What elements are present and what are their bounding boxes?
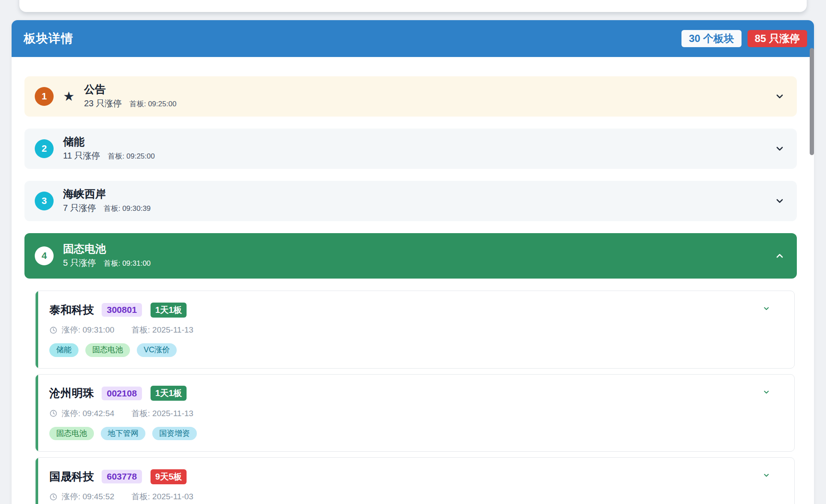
- stock-meta-row: 涨停: 09:45:52 首板: 2025-11-03: [49, 491, 782, 502]
- limit-up-time: 涨停: 09:45:52: [62, 491, 115, 502]
- sector-info: 固态电池 5 只涨停 首板: 09:31:00: [63, 243, 151, 269]
- sector-first-board-time: 首板: 09:25:00: [108, 151, 155, 161]
- sector-row-chuneng[interactable]: 2 储能 11 只涨停 首板: 09:25:00: [24, 129, 797, 169]
- rank-badge: 1: [35, 87, 54, 106]
- concept-tag: 固态电池: [49, 427, 94, 441]
- limit-up-time: 涨停: 09:31:00: [62, 324, 115, 336]
- stock-code-badge: 603778: [102, 470, 142, 483]
- previous-card-edge: [19, 0, 807, 12]
- sector-info: 储能 11 只涨停 首板: 09:25:00: [63, 136, 155, 162]
- stock-title-row: 国晟科技 603778 9天5板: [49, 469, 782, 484]
- stock-card-taihe-keji[interactable]: 泰和科技 300801 1天1板 涨停: 09:31:00 首板: 2025-1…: [35, 291, 795, 369]
- sector-row-haixia-xian[interactable]: 3 海峡西岸 7 只涨停 首板: 09:30:39: [24, 181, 797, 221]
- sector-subtitle: 11 只涨停 首板: 09:25:00: [63, 150, 155, 162]
- first-board-date: 首板: 2025-11-13: [132, 408, 193, 419]
- sector-subtitle: 5 只涨停 首板: 09:31:00: [63, 257, 151, 269]
- concept-tag: 储能: [49, 343, 78, 357]
- rank-badge: 2: [35, 139, 54, 158]
- sector-limit-up-count: 23 只涨停: [84, 98, 122, 109]
- stock-code-badge: 300801: [102, 303, 142, 317]
- stock-name: 沧州明珠: [49, 386, 94, 401]
- first-board-date: 首板: 2025-11-03: [132, 491, 193, 502]
- sector-row-gonggao[interactable]: 1 ★ 公告 23 只涨停 首板: 09:25:00: [24, 76, 797, 117]
- stock-name: 泰和科技: [49, 303, 94, 318]
- chevron-down-icon[interactable]: [763, 305, 770, 312]
- stock-tags: 固态电池 地下管网 国资增资: [49, 427, 782, 441]
- sector-name: 储能: [63, 136, 155, 148]
- stock-meta-row: 涨停: 09:42:54 首板: 2025-11-13: [49, 408, 782, 419]
- star-icon: ★: [63, 90, 75, 103]
- streak-badge: 1天1板: [151, 303, 187, 318]
- sector-detail-panel: 板块详情 30 个板块 85 只涨停 1 ★ 公告 23 只涨停 首板: 09:…: [12, 20, 814, 504]
- rank-badge: 4: [35, 246, 54, 265]
- card-accent-bar: [36, 458, 38, 504]
- concept-tag: VC涨价: [137, 343, 177, 357]
- chevron-down-icon[interactable]: [763, 388, 770, 396]
- stock-card-guosheng-keji[interactable]: 国晟科技 603778 9天5板 涨停: 09:45:52 首板: 2025-1…: [35, 457, 795, 504]
- rank-badge: 3: [35, 192, 54, 210]
- sector-row-gutai-dianchi-expanded[interactable]: 4 固态电池 5 只涨停 首板: 09:31:00: [24, 233, 797, 279]
- sector-name: 公告: [84, 84, 176, 96]
- card-accent-bar: [36, 375, 38, 452]
- panel-body: 1 ★ 公告 23 只涨停 首板: 09:25:00 2 储能 11 只涨停 首…: [12, 57, 814, 504]
- chevron-down-icon[interactable]: [775, 91, 785, 102]
- sector-count-badge: 30 个板块: [681, 30, 741, 47]
- streak-badge: 1天1板: [151, 386, 187, 401]
- stock-name: 国晟科技: [49, 469, 94, 484]
- stock-meta-row: 涨停: 09:31:00 首板: 2025-11-13: [49, 324, 782, 336]
- concept-tag: 固态电池: [85, 343, 130, 357]
- header-badges: 30 个板块 85 只涨停: [681, 30, 807, 47]
- sector-limit-up-count: 7 只涨停: [63, 202, 96, 214]
- chevron-up-icon[interactable]: [775, 251, 785, 261]
- clock-icon: [49, 326, 57, 334]
- sector-first-board-time: 首板: 09:30:39: [104, 204, 151, 213]
- stock-title-row: 沧州明珠 002108 1天1板: [49, 386, 782, 401]
- chevron-down-icon[interactable]: [775, 144, 785, 154]
- panel-header: 板块详情 30 个板块 85 只涨停: [12, 20, 814, 57]
- sector-limit-up-count: 5 只涨停: [63, 257, 96, 269]
- clock-icon: [49, 493, 57, 501]
- clock-icon: [49, 409, 57, 417]
- sector-name: 固态电池: [63, 243, 151, 255]
- sector-first-board-time: 首板: 09:25:00: [130, 99, 177, 109]
- sector-subtitle: 7 只涨停 首板: 09:30:39: [63, 202, 151, 214]
- sector-info: 海峡西岸 7 只涨停 首板: 09:30:39: [63, 188, 151, 214]
- sector-first-board-time: 首板: 09:31:00: [104, 258, 151, 268]
- sector-limit-up-count: 11 只涨停: [63, 150, 100, 162]
- stock-card-cangzhou-mingzhu[interactable]: 沧州明珠 002108 1天1板 涨停: 09:42:54 首板: 2025-1…: [35, 374, 795, 452]
- streak-badge: 9天5板: [151, 469, 187, 484]
- concept-tag: 国资增资: [152, 427, 197, 441]
- sector-subtitle: 23 只涨停 首板: 09:25:00: [84, 98, 176, 109]
- stock-card-list: 泰和科技 300801 1天1板 涨停: 09:31:00 首板: 2025-1…: [35, 291, 797, 504]
- concept-tag: 地下管网: [101, 427, 145, 441]
- limit-up-count-badge: 85 只涨停: [748, 30, 807, 47]
- limit-up-time: 涨停: 09:42:54: [62, 408, 115, 419]
- sector-name: 海峡西岸: [63, 188, 151, 200]
- stock-tags: 储能 固态电池 VC涨价: [49, 343, 782, 357]
- chevron-down-icon[interactable]: [763, 471, 770, 479]
- scrollbar-thumb[interactable]: [810, 48, 814, 155]
- stock-title-row: 泰和科技 300801 1天1板: [49, 302, 782, 318]
- first-board-date: 首板: 2025-11-13: [132, 324, 193, 336]
- stock-code-badge: 002108: [102, 387, 142, 400]
- card-accent-bar: [36, 291, 38, 368]
- sector-info: 公告 23 只涨停 首板: 09:25:00: [84, 84, 176, 110]
- chevron-down-icon[interactable]: [775, 196, 785, 206]
- panel-title: 板块详情: [24, 30, 73, 47]
